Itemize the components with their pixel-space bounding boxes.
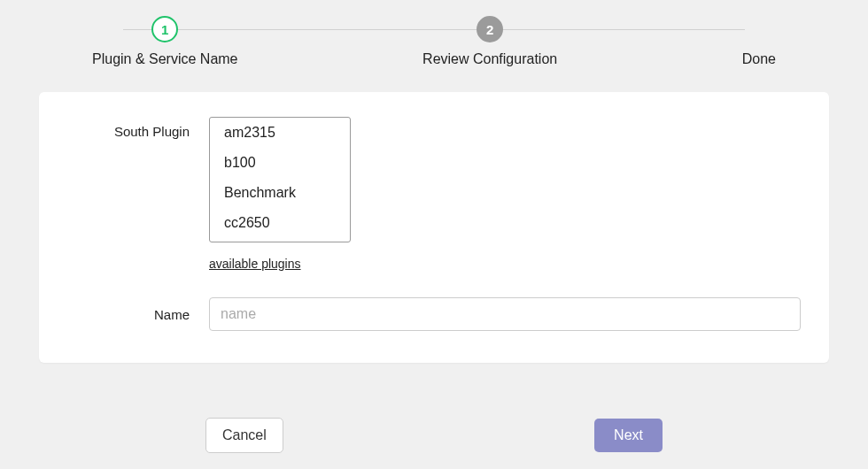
form-card: South Plugin am2315 b100 Benchmark cc265… xyxy=(39,92,829,363)
step-circle-2: 2 xyxy=(477,16,503,42)
south-plugin-listbox[interactable]: am2315 b100 Benchmark cc2650 xyxy=(209,117,351,242)
name-label: Name xyxy=(67,307,209,322)
step-label-3: Done xyxy=(742,51,776,67)
plugin-option[interactable]: b100 xyxy=(210,148,350,178)
step-2: 2 Review Configuration xyxy=(422,16,557,67)
available-plugins-link[interactable]: available plugins xyxy=(209,257,801,271)
step-label-1: Plugin & Service Name xyxy=(92,51,238,67)
step-3: 3 Done xyxy=(742,16,776,67)
step-label-2: Review Configuration xyxy=(422,51,557,67)
south-plugin-label: South Plugin xyxy=(67,117,209,139)
plugin-option[interactable]: am2315 xyxy=(210,118,350,148)
cancel-button[interactable]: Cancel xyxy=(205,418,283,453)
next-button[interactable]: Next xyxy=(594,419,663,452)
step-1: 1 Plugin & Service Name xyxy=(92,16,238,67)
step-circle-1: 1 xyxy=(151,16,178,42)
plugin-option[interactable]: Benchmark xyxy=(210,178,350,208)
wizard-stepper: 1 Plugin & Service Name 2 Review Configu… xyxy=(92,16,776,67)
wizard-footer: Cancel Next xyxy=(39,418,829,453)
plugin-option[interactable]: cc2650 xyxy=(210,208,350,238)
name-input[interactable] xyxy=(209,297,801,331)
